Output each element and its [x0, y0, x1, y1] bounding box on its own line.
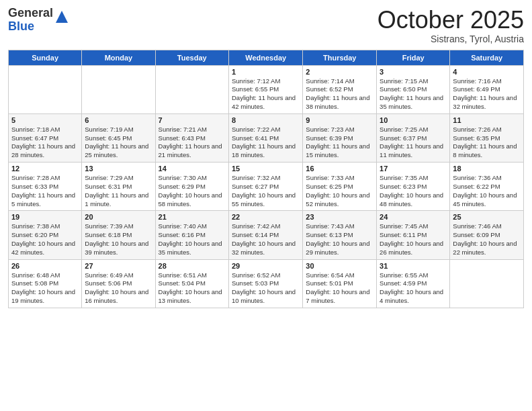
week-row-2: 12Sunrise: 7:28 AMSunset: 6:33 PMDayligh…	[9, 163, 524, 211]
day-info: Sunrise: 7:30 AMSunset: 6:29 PMDaylight:…	[159, 174, 226, 208]
day-number: 12	[11, 165, 79, 173]
month-title: October 2025	[378, 7, 524, 34]
page-container: General Blue October 2025 Sistrans, Tyro…	[0, 0, 532, 314]
day-cell-0-6: 4Sunrise: 7:16 AMSunset: 6:49 PMDaylight…	[450, 65, 524, 113]
day-info: Sunrise: 7:42 AMSunset: 6:14 PMDaylight:…	[232, 222, 300, 257]
day-info: Sunrise: 6:52 AMSunset: 5:03 PMDaylight:…	[232, 271, 300, 306]
day-cell-3-0: 19Sunrise: 7:38 AMSunset: 6:20 PMDayligh…	[9, 211, 82, 259]
col-sunday: Sunday	[9, 50, 82, 65]
col-monday: Monday	[82, 50, 155, 65]
col-tuesday: Tuesday	[155, 50, 228, 65]
header: General Blue October 2025 Sistrans, Tyro…	[8, 7, 524, 44]
day-cell-3-3: 22Sunrise: 7:42 AMSunset: 6:14 PMDayligh…	[228, 211, 302, 259]
week-row-3: 19Sunrise: 7:38 AMSunset: 6:20 PMDayligh…	[9, 211, 524, 259]
day-info: Sunrise: 6:49 AMSunset: 5:06 PMDaylight:…	[85, 271, 152, 306]
day-cell-4-1: 27Sunrise: 6:49 AMSunset: 5:06 PMDayligh…	[82, 259, 155, 308]
day-cell-3-4: 23Sunrise: 7:43 AMSunset: 6:13 PMDayligh…	[303, 211, 377, 259]
day-info: Sunrise: 7:16 AMSunset: 6:49 PMDaylight:…	[453, 77, 521, 111]
day-info: Sunrise: 7:33 AMSunset: 6:25 PMDaylight:…	[306, 174, 373, 208]
day-info: Sunrise: 6:55 AMSunset: 4:59 PMDaylight:…	[380, 271, 447, 306]
day-info: Sunrise: 7:15 AMSunset: 6:50 PMDaylight:…	[380, 77, 447, 111]
day-info: Sunrise: 6:54 AMSunset: 5:01 PMDaylight:…	[306, 271, 373, 306]
day-number: 30	[306, 262, 373, 270]
day-info: Sunrise: 7:28 AMSunset: 6:33 PMDaylight:…	[11, 174, 79, 208]
day-info: Sunrise: 7:22 AMSunset: 6:41 PMDaylight:…	[232, 126, 300, 160]
day-info: Sunrise: 7:36 AMSunset: 6:22 PMDaylight:…	[453, 174, 521, 208]
day-cell-1-5: 10Sunrise: 7:25 AMSunset: 6:37 PMDayligh…	[377, 113, 450, 162]
day-number: 18	[453, 165, 521, 173]
calendar-header-row: Sunday Monday Tuesday Wednesday Thursday…	[9, 50, 524, 65]
day-number: 6	[85, 116, 152, 124]
day-number: 16	[306, 165, 373, 173]
day-cell-4-2: 28Sunrise: 6:51 AMSunset: 5:04 PMDayligh…	[155, 259, 228, 308]
day-cell-2-3: 15Sunrise: 7:32 AMSunset: 6:27 PMDayligh…	[228, 163, 302, 211]
day-info: Sunrise: 7:46 AMSunset: 6:09 PMDaylight:…	[453, 222, 521, 257]
svg-marker-0	[56, 11, 68, 23]
day-cell-1-3: 8Sunrise: 7:22 AMSunset: 6:41 PMDaylight…	[228, 113, 302, 162]
day-cell-0-3: 1Sunrise: 7:12 AMSunset: 6:55 PMDaylight…	[228, 65, 302, 113]
day-info: Sunrise: 7:23 AMSunset: 6:39 PMDaylight:…	[306, 126, 373, 160]
day-info: Sunrise: 7:32 AMSunset: 6:27 PMDaylight:…	[232, 174, 300, 208]
day-number: 20	[85, 213, 152, 221]
col-friday: Friday	[377, 50, 450, 65]
logo-blue: Blue	[8, 19, 34, 33]
day-cell-3-5: 24Sunrise: 7:45 AMSunset: 6:11 PMDayligh…	[377, 211, 450, 259]
day-number: 5	[11, 116, 79, 124]
day-cell-3-2: 21Sunrise: 7:40 AMSunset: 6:16 PMDayligh…	[155, 211, 228, 259]
day-cell-1-4: 9Sunrise: 7:23 AMSunset: 6:39 PMDaylight…	[303, 113, 377, 162]
day-cell-2-0: 12Sunrise: 7:28 AMSunset: 6:33 PMDayligh…	[9, 163, 82, 211]
day-info: Sunrise: 7:45 AMSunset: 6:11 PMDaylight:…	[380, 222, 447, 257]
logo: General Blue	[8, 7, 69, 34]
logo-text-block: General Blue	[8, 7, 69, 34]
day-info: Sunrise: 7:38 AMSunset: 6:20 PMDaylight:…	[11, 222, 79, 257]
day-cell-3-1: 20Sunrise: 7:39 AMSunset: 6:18 PMDayligh…	[82, 211, 155, 259]
col-thursday: Thursday	[303, 50, 377, 65]
day-info: Sunrise: 6:48 AMSunset: 5:08 PMDaylight:…	[11, 271, 79, 306]
day-number: 17	[380, 165, 447, 173]
day-info: Sunrise: 6:51 AMSunset: 5:04 PMDaylight:…	[159, 271, 226, 306]
day-number: 3	[380, 68, 447, 76]
day-number: 4	[453, 68, 521, 76]
day-cell-1-1: 6Sunrise: 7:19 AMSunset: 6:45 PMDaylight…	[82, 113, 155, 162]
day-number: 11	[453, 116, 521, 124]
day-number: 19	[11, 213, 79, 221]
day-number: 25	[453, 213, 521, 221]
day-cell-4-5: 31Sunrise: 6:55 AMSunset: 4:59 PMDayligh…	[377, 259, 450, 308]
day-cell-0-5: 3Sunrise: 7:15 AMSunset: 6:50 PMDaylight…	[377, 65, 450, 113]
logo-general: General	[8, 6, 53, 19]
week-row-1: 5Sunrise: 7:18 AMSunset: 6:47 PMDaylight…	[9, 113, 524, 162]
day-number: 23	[306, 213, 373, 221]
day-cell-0-2	[155, 65, 228, 113]
day-info: Sunrise: 7:35 AMSunset: 6:23 PMDaylight:…	[380, 174, 447, 208]
day-number: 28	[159, 262, 226, 270]
day-cell-2-5: 17Sunrise: 7:35 AMSunset: 6:23 PMDayligh…	[377, 163, 450, 211]
day-cell-4-0: 26Sunrise: 6:48 AMSunset: 5:08 PMDayligh…	[9, 259, 82, 308]
day-number: 29	[232, 262, 300, 270]
day-info: Sunrise: 7:19 AMSunset: 6:45 PMDaylight:…	[85, 126, 152, 160]
day-number: 13	[85, 165, 152, 173]
day-info: Sunrise: 7:21 AMSunset: 6:43 PMDaylight:…	[159, 126, 226, 160]
day-info: Sunrise: 7:26 AMSunset: 6:35 PMDaylight:…	[453, 126, 521, 160]
day-number: 31	[380, 262, 447, 270]
day-cell-0-0	[9, 65, 82, 113]
day-cell-2-1: 13Sunrise: 7:29 AMSunset: 6:31 PMDayligh…	[82, 163, 155, 211]
day-cell-4-4: 30Sunrise: 6:54 AMSunset: 5:01 PMDayligh…	[303, 259, 377, 308]
day-info: Sunrise: 7:29 AMSunset: 6:31 PMDaylight:…	[85, 174, 152, 208]
day-info: Sunrise: 7:12 AMSunset: 6:55 PMDaylight:…	[232, 77, 300, 111]
day-cell-1-0: 5Sunrise: 7:18 AMSunset: 6:47 PMDaylight…	[9, 113, 82, 162]
week-row-0: 1Sunrise: 7:12 AMSunset: 6:55 PMDaylight…	[9, 65, 524, 113]
day-cell-4-3: 29Sunrise: 6:52 AMSunset: 5:03 PMDayligh…	[228, 259, 302, 308]
day-number: 9	[306, 116, 373, 124]
day-cell-2-6: 18Sunrise: 7:36 AMSunset: 6:22 PMDayligh…	[450, 163, 524, 211]
day-info: Sunrise: 7:39 AMSunset: 6:18 PMDaylight:…	[85, 222, 152, 257]
day-info: Sunrise: 7:18 AMSunset: 6:47 PMDaylight:…	[11, 126, 79, 160]
day-number: 27	[85, 262, 152, 270]
day-info: Sunrise: 7:43 AMSunset: 6:13 PMDaylight:…	[306, 222, 373, 257]
day-number: 1	[232, 68, 300, 76]
day-cell-0-1	[82, 65, 155, 113]
day-number: 10	[380, 116, 447, 124]
col-wednesday: Wednesday	[228, 50, 302, 65]
day-info: Sunrise: 7:25 AMSunset: 6:37 PMDaylight:…	[380, 126, 447, 160]
col-saturday: Saturday	[450, 50, 524, 65]
day-cell-4-6	[450, 259, 524, 308]
